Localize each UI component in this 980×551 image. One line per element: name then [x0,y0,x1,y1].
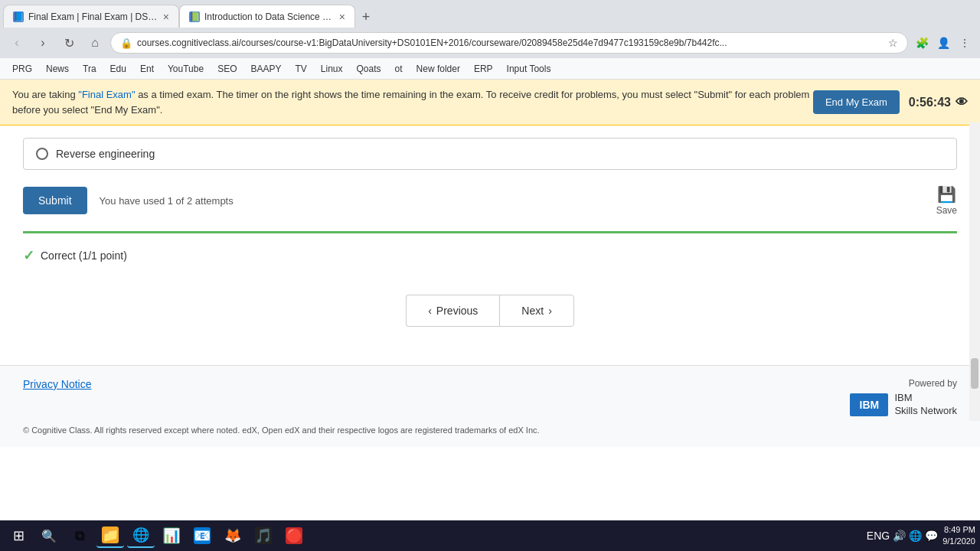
profile-icon[interactable]: 👤 [934,34,952,52]
taskbar-lang[interactable]: ENG [867,530,890,542]
footer-top: Privacy Notice Powered by IBM IBMSkills … [23,378,957,418]
exam-banner: You are taking "Final Exam" as a timed e… [0,80,980,126]
taskbar-firefox[interactable]: 🦊 [219,523,247,548]
skills-network-text: IBMSkills Network [894,392,957,418]
menu-icon[interactable]: ⋮ [956,34,974,52]
main-content: Reverse engineering Submit You have used… [0,138,980,365]
green-divider [23,231,957,233]
next-button[interactable]: Next › [499,295,573,327]
scrollbar-thumb[interactable] [971,358,978,389]
timer-display: 0:56:43 👁 [909,96,968,109]
taskbar-date: 9/1/2020 [942,536,975,547]
check-icon: ✓ [23,247,34,264]
bookmark-new-folder[interactable]: New folder [410,62,466,76]
bookmark-edu[interactable]: Edu [104,62,132,76]
bookmark-ot[interactable]: ot [389,62,409,76]
start-button[interactable]: ⊞ [5,523,32,548]
tab-intro-data-science[interactable]: 📗 Introduction to Data Science - C... × [179,5,355,28]
previous-button[interactable]: ‹ Previous [406,295,499,327]
tab-title-2: Introduction to Data Science - C... [204,11,335,22]
save-label: Save [936,205,957,216]
ibm-logo-image: IBM [850,393,888,416]
navigation-buttons: ‹ Previous Next › [23,295,957,327]
timer-eye-icon[interactable]: 👁 [956,96,968,109]
taskbar-network-icon[interactable]: 🌐 [909,530,922,542]
taskbar-notification-icon[interactable]: 💬 [925,530,938,542]
radio-button[interactable] [36,148,48,160]
final-exam-link[interactable]: "Final Exam" [78,89,135,100]
taskbar-excel[interactable]: 📊 [158,523,185,548]
prev-chevron-icon: ‹ [428,305,432,317]
tab-favicon-2: 📗 [189,11,200,22]
scrollbar[interactable] [969,122,980,421]
taskbar-outlook[interactable]: 📧 [188,523,216,548]
forward-button[interactable]: › [32,32,54,54]
privacy-notice-link[interactable]: Privacy Notice [23,378,91,390]
ibm-logo: IBM IBMSkills Network [850,392,957,418]
bookmark-prg[interactable]: PRG [6,62,38,76]
option-label: Reverse engineering [56,148,155,160]
taskbar-app5[interactable]: 🎵 [250,523,277,548]
taskbar: ⊞ 🔍 ⧉ 📁 🌐 📊 📧 🦊 🎵 🔴 ENG 🔊 🌐 💬 8:49 PM 9/… [0,520,980,551]
extensions-icon[interactable]: 🧩 [913,34,931,52]
taskbar-search-icon[interactable]: 🔍 [35,523,63,548]
taskbar-app6[interactable]: 🔴 [280,523,308,548]
correct-text: Correct (1/1 point) [41,249,127,262]
submit-button[interactable]: Submit [23,187,87,214]
taskbar-chrome[interactable]: 🌐 [127,523,155,548]
tab-close-2[interactable]: × [339,11,345,23]
tab-final-exam[interactable]: 📘 Final Exam | Final Exam | DS010... × [3,5,179,28]
star-icon[interactable]: ☆ [888,37,898,49]
bookmark-youtube[interactable]: YouTube [162,62,210,76]
timer-text: 0:56:43 [909,96,951,109]
lock-icon: 🔒 [120,37,132,49]
taskbar-datetime[interactable]: 8:49 PM 9/1/2020 [942,524,975,548]
browser-actions: 🧩 👤 ⋮ [913,34,974,52]
taskbar-file-explorer[interactable]: 📁 [96,523,124,548]
tab-favicon-1: 📘 [13,11,24,22]
tab-title-1: Final Exam | Final Exam | DS010... [28,11,158,22]
bookmark-input-tools[interactable]: Input Tools [501,62,557,76]
end-exam-button[interactable]: End My Exam [813,90,900,114]
bookmark-tv[interactable]: TV [289,62,313,76]
refresh-button[interactable]: ↻ [58,32,80,54]
submit-row: Submit You have used 1 of 2 attempts 💾 S… [23,185,957,216]
next-chevron-icon: › [548,305,552,317]
address-bar-row: ‹ › ↻ ⌂ 🔒 courses.cognitiveclass.ai/cour… [0,28,980,58]
home-button[interactable]: ⌂ [84,32,106,54]
exam-banner-text: You are taking "Final Exam" as a timed e… [12,87,813,117]
bookmark-seo[interactable]: SEO [211,62,243,76]
bookmark-linux[interactable]: Linux [315,62,349,76]
footer-copyright: © Cognitive Class. All rights reserved e… [23,425,957,435]
tab-close-1[interactable]: × [163,11,169,23]
exam-banner-right: End My Exam 0:56:43 👁 [813,90,968,114]
address-bar[interactable]: 🔒 courses.cognitiveclass.ai/courses/cour… [110,32,908,54]
url-text: courses.cognitiveclass.ai/courses/course… [137,37,884,48]
taskbar-time: 8:49 PM [942,524,975,536]
save-icon: 💾 [937,185,956,204]
new-tab-button[interactable]: + [355,6,377,28]
bookmark-tra[interactable]: Tra [77,62,103,76]
bookmark-news[interactable]: News [40,62,75,76]
attempts-text: You have used 1 of 2 attempts [100,195,234,207]
bookmark-baapy[interactable]: BAAPY [244,62,287,76]
bookmark-erp[interactable]: ERP [468,62,499,76]
correct-result-row: ✓ Correct (1/1 point) [23,240,957,272]
bookmark-qoats[interactable]: Qoats [351,62,387,76]
taskbar-task-view[interactable]: ⧉ [66,523,93,548]
taskbar-volume-icon[interactable]: 🔊 [893,530,906,542]
tabs-bar: 📘 Final Exam | Final Exam | DS010... × 📗… [0,0,980,28]
powered-by-section: Powered by IBM IBMSkills Network [850,378,957,418]
taskbar-right: ENG 🔊 🌐 💬 8:49 PM 9/1/2020 [867,524,975,548]
back-button[interactable]: ‹ [6,32,28,54]
option-reverse-engineering[interactable]: Reverse engineering [23,138,957,170]
powered-by-text: Powered by [909,378,957,389]
bookmarks-bar: PRG News Tra Edu Ent YouTube SEO BAAPY T… [0,58,980,80]
taskbar-tray: ENG 🔊 🌐 💬 [867,530,938,542]
save-button[interactable]: 💾 Save [936,185,957,216]
footer: Privacy Notice Powered by IBM IBMSkills … [0,365,980,447]
bookmark-ent[interactable]: Ent [134,62,160,76]
